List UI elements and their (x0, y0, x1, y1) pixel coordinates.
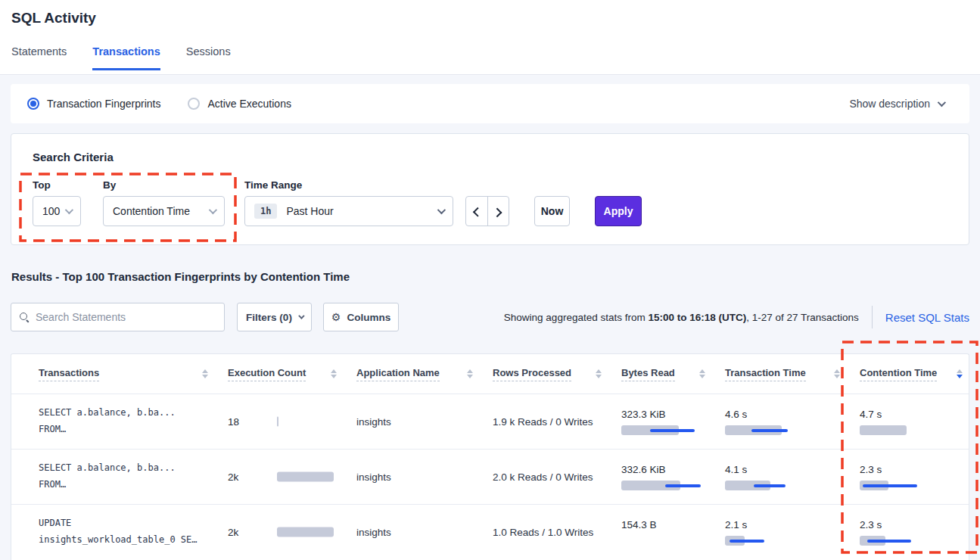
sort-icon[interactable] (202, 369, 208, 378)
chevron-down-icon (209, 206, 217, 214)
sort-icon[interactable] (834, 369, 840, 378)
execution-count-cell: 2k (228, 527, 356, 538)
transaction-time-cell: 2.1 s (725, 519, 860, 546)
transaction-time-bar (725, 425, 810, 435)
time-range-label: Time Range (244, 179, 302, 191)
bytes-read-cell: 154.3 B (621, 519, 725, 546)
sort-icon[interactable] (467, 369, 473, 378)
filters-label: Filters (0) (246, 312, 292, 323)
chevron-down-icon (437, 206, 446, 214)
column-header-application-name[interactable]: Application Name (356, 367, 493, 381)
search-icon (19, 312, 30, 322)
search-criteria-card: Search Criteria Top 100 By Contention Ti… (11, 133, 969, 245)
application-name-cell: insights (356, 416, 493, 428)
results-heading: Results - Top 100 Transaction Fingerprin… (11, 270, 350, 283)
contention-time-bar (860, 481, 944, 490)
time-range-value: Past Hour (286, 205, 333, 217)
tab-bar: Statements Transactions Sessions (11, 45, 231, 70)
bytes-read-bar (621, 481, 706, 490)
transactions-table: Transactions Execution Count Application… (11, 353, 969, 560)
view-toggle-bar: Transaction Fingerprints Active Executio… (11, 84, 969, 123)
tab-transactions[interactable]: Transactions (92, 45, 160, 70)
chevron-down-icon (65, 206, 73, 214)
transaction-time-cell: 4.6 s (725, 409, 860, 435)
search-statements-input[interactable] (36, 311, 216, 323)
column-header-transaction-time[interactable]: Transaction Time (725, 367, 860, 381)
bytes-read-cell: 332.6 KiB (621, 464, 725, 490)
transaction-fingerprint-link[interactable]: SELECT a.balance, b.ba... FROM… (39, 405, 228, 437)
columns-label: Columns (347, 312, 390, 323)
page-title: SQL Activity (11, 10, 96, 26)
rows-processed-cell: 1.9 k Reads / 0 Writes (493, 416, 621, 428)
bytes-read-cell: 323.3 KiB (621, 409, 725, 435)
tabs-divider (0, 74, 980, 75)
transaction-fingerprint-link[interactable]: SELECT a.balance, b.ba... FROM… (39, 460, 228, 493)
bytes-read-bar (621, 425, 706, 435)
previous-time-button[interactable] (466, 197, 487, 226)
transaction-time-bar (725, 536, 810, 546)
radio-label: Active Executions (207, 98, 291, 110)
execution-count-bar (277, 417, 362, 427)
radio-label: Transaction Fingerprints (47, 98, 160, 110)
sort-icon[interactable] (699, 369, 705, 378)
filters-button[interactable]: Filters (0) (237, 303, 312, 331)
columns-button[interactable]: ⚙ Columns (323, 303, 399, 331)
sort-icon-active-desc[interactable] (957, 369, 963, 378)
chevron-right-icon (493, 207, 502, 217)
table-row[interactable]: SELECT a.balance, b.ba... FROM… 2k insig… (11, 449, 969, 504)
sort-icon[interactable] (596, 369, 602, 378)
radio-selected-icon (27, 98, 39, 110)
toolbar-right: Showing aggregated stats from 15:00 to 1… (504, 306, 969, 328)
contention-time-cell: 2.3 s (860, 519, 969, 546)
aggregated-stats-text: Showing aggregated stats from 15:00 to 1… (504, 312, 859, 323)
chevron-down-icon (298, 313, 304, 319)
time-pager (465, 196, 509, 226)
radio-transaction-fingerprints[interactable]: Transaction Fingerprints (27, 98, 160, 110)
contention-time-bar (860, 425, 944, 435)
contention-time-cell: 4.7 s (860, 409, 969, 435)
tab-sessions[interactable]: Sessions (186, 45, 231, 70)
table-row[interactable]: SELECT a.balance, b.ba... FROM… 18 insig… (11, 394, 969, 449)
search-criteria-heading: Search Criteria (33, 151, 114, 163)
tab-statements[interactable]: Statements (11, 45, 67, 70)
execution-count-cell: 18 (228, 416, 356, 428)
next-time-button[interactable] (487, 197, 509, 226)
show-description-toggle[interactable]: Show description (849, 98, 944, 110)
transaction-time-bar (725, 481, 810, 490)
toolbar-divider (872, 306, 873, 328)
by-select[interactable]: Contention Time (103, 196, 225, 226)
table-header-row: Transactions Execution Count Application… (11, 354, 969, 394)
time-range-badge: 1h (254, 204, 277, 219)
table-row[interactable]: UPDATE insights_workload_table_0 SE… 2k … (11, 504, 969, 559)
radio-active-executions[interactable]: Active Executions (188, 98, 291, 110)
time-range-select[interactable]: 1h Past Hour (244, 196, 453, 226)
column-header-rows-processed[interactable]: Rows Processed (493, 367, 621, 381)
chevron-down-icon (938, 98, 946, 107)
contention-time-bar (860, 536, 944, 546)
execution-count-cell: 2k (228, 471, 356, 483)
apply-button[interactable]: Apply (595, 196, 642, 226)
column-header-bytes-read[interactable]: Bytes Read (621, 367, 725, 381)
top-select[interactable]: 100 (33, 196, 81, 226)
transaction-time-cell: 4.1 s (725, 464, 860, 490)
execution-count-bar (277, 472, 362, 482)
execution-count-bar (277, 527, 362, 537)
by-select-value: Contention Time (113, 205, 190, 217)
column-header-transactions[interactable]: Transactions (39, 367, 228, 381)
application-name-cell: insights (356, 471, 493, 483)
now-button[interactable]: Now (534, 196, 570, 226)
rows-processed-cell: 1.0 Reads / 1.0 Writes (493, 527, 621, 538)
show-description-label: Show description (849, 98, 930, 110)
rows-processed-cell: 2.0 k Reads / 0 Writes (493, 471, 621, 483)
column-header-execution-count[interactable]: Execution Count (228, 367, 356, 381)
sql-activity-page: SQL Activity Statements Transactions Ses… (0, 0, 980, 560)
transaction-fingerprint-link[interactable]: UPDATE insights_workload_table_0 SE… (39, 515, 228, 548)
by-label: By (103, 179, 116, 191)
search-statements-box[interactable] (11, 303, 225, 331)
sort-icon[interactable] (331, 369, 337, 378)
top-label: Top (33, 179, 51, 191)
chevron-left-icon (472, 207, 482, 216)
reset-sql-stats-link[interactable]: Reset SQL Stats (885, 311, 969, 324)
radio-unselected-icon (188, 98, 200, 110)
column-header-contention-time[interactable]: Contention Time (860, 367, 969, 381)
